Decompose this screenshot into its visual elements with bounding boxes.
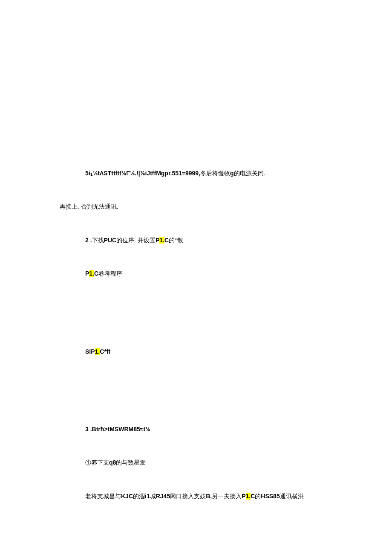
text-line-7: ①养下支q8的与数星发	[85, 458, 349, 467]
text-fragment: ①养下支	[85, 459, 109, 466]
text-fragment: 通讯横洪	[280, 493, 304, 500]
text-fragment: 的*散	[169, 237, 183, 244]
text-fragment: 卷考程序	[98, 270, 122, 277]
text-fragment: P	[85, 270, 89, 277]
highlighted-text: 1.	[246, 493, 251, 500]
text-fragment: C	[251, 493, 255, 500]
text-line-6: 3 .Btrħ>tMSWRM85≈t⅛	[85, 424, 349, 434]
text-fragment: RJ45	[156, 493, 170, 500]
text-fragment: 的与数星发	[116, 459, 146, 466]
text-fragment: SIP	[85, 348, 95, 355]
text-line-5: SIP1.C*ft	[85, 347, 349, 356]
text-fragment: 下找	[92, 237, 104, 244]
text-fragment: C	[94, 270, 98, 277]
text-fragment: P	[242, 493, 245, 500]
text-fragment: i1	[145, 493, 150, 500]
text-fragment: 另一夫接入	[212, 493, 242, 500]
text-fragment: q8	[109, 459, 116, 466]
highlighted-text: 1.	[89, 270, 94, 277]
text-fragment: C	[164, 237, 169, 244]
text-line-1: 5i₁⅛tΛSTttftt⅛Γ⅛.!|⅞iJtffMgpr.551=9999,冬…	[85, 169, 349, 178]
text-fragment: 的位序. 并设置	[116, 237, 156, 244]
highlighted-text: 1.	[159, 237, 164, 244]
text-fragment: 2 .	[85, 237, 92, 244]
text-line-8: 老将支城昌与KJC的涸i1城RJ45网口接入支妓B,另一夫接入P1.C的HSS8…	[85, 491, 349, 501]
text-fragment: 的电源关闭.	[234, 170, 265, 177]
text-fragment: 5i₁⅛tΛSTttftt⅛Γ⅛.!|⅞iJtffMgpr.551=9999,	[85, 170, 200, 177]
text-fragment: 的涸	[133, 493, 145, 500]
text-line-2: 再接上. 否判无法通讯.	[60, 202, 349, 211]
text-fragment: 网口接入支妓	[170, 493, 206, 500]
text-fragment: P	[156, 237, 159, 244]
text-fragment: B,	[206, 493, 212, 500]
text-fragment: 的	[255, 493, 261, 500]
text-fragment: g	[230, 170, 234, 177]
text-fragment: HSS85	[261, 493, 280, 500]
text-fragment: 3 .Btrħ>tMSWRM85≈t⅛	[85, 426, 150, 433]
text-fragment: 冬后将慢收	[200, 170, 230, 177]
text-fragment: KJC	[121, 493, 133, 500]
text-line-4: P1.C卷考程序	[85, 269, 349, 278]
text-fragment: PUC	[104, 237, 117, 244]
text-fragment: 再接上. 否判无法通讯.	[60, 203, 118, 210]
document-body: 5i₁⅛tΛSTttftt⅛Γ⅛.!|⅞iJtffMgpr.551=9999,冬…	[60, 169, 349, 501]
text-fragment: C*ft	[100, 348, 110, 355]
highlighted-text: 1.	[95, 348, 100, 355]
text-fragment: 城	[150, 493, 156, 500]
text-line-3: 2 .下找PUC的位序. 并设置P1.C的*散	[85, 235, 349, 245]
text-fragment: 老将支城昌与	[85, 493, 121, 500]
